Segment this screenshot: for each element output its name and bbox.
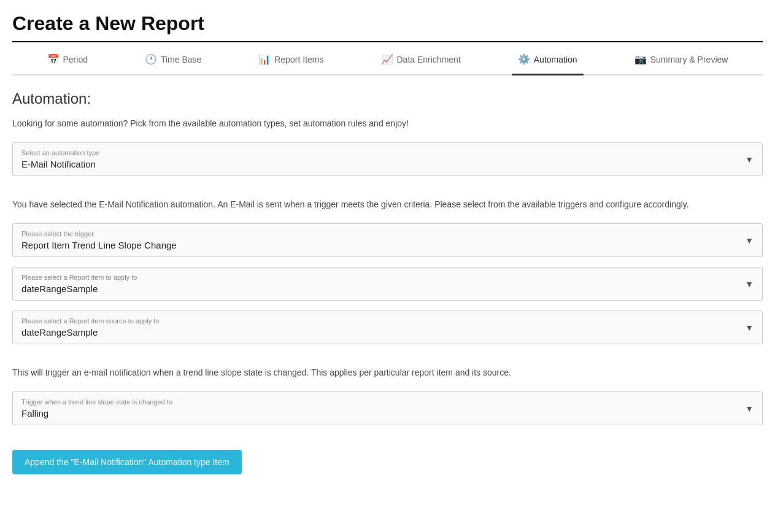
page-title: Create a New Report <box>12 12 763 35</box>
automation-type-label: Select an automation type <box>21 149 738 156</box>
tab-automation-label: Automation <box>534 55 577 64</box>
report-item-source-select[interactable]: Please select a Report item source to ap… <box>12 310 763 344</box>
automation-icon: ⚙️ <box>518 53 530 65</box>
trigger-arrow-icon: ▼ <box>745 236 754 245</box>
trigger-description: This will trigger an e-mail notification… <box>12 366 763 379</box>
tab-dataenrichment-label: Data Enrichment <box>397 55 461 64</box>
tab-dataenrichment[interactable]: 📈 Data Enrichment <box>375 42 467 75</box>
reportitems-icon: 📊 <box>258 53 271 65</box>
section-title: Automation: <box>12 90 763 107</box>
slope-state-value: Falling <box>21 408 48 418</box>
tab-summarypreview-label: Summary & Preview <box>650 55 728 64</box>
report-item-value: dateRangeSample <box>21 283 98 294</box>
automation-type-select[interactable]: Select an automation type E-Mail Notific… <box>12 142 763 176</box>
report-item-arrow-icon: ▼ <box>745 279 754 289</box>
tab-timebase[interactable]: 🕐 Time Base <box>139 42 207 75</box>
trigger-label: Please select the trigger <box>21 230 738 237</box>
slope-state-group: Trigger when a trend line slope state is… <box>12 391 763 425</box>
tab-summarypreview[interactable]: 📷 Summary & Preview <box>628 42 735 75</box>
trigger-value: Report Item Trend Line Slope Change <box>21 240 177 250</box>
intro-text: Looking for some automation? Pick from t… <box>12 117 763 130</box>
tab-timebase-label: Time Base <box>161 55 201 64</box>
report-item-source-label: Please select a Report item source to ap… <box>21 317 738 325</box>
automation-type-arrow-icon: ▼ <box>745 155 754 164</box>
slope-state-label: Trigger when a trend line slope state is… <box>21 398 738 406</box>
dataenrichment-icon: 📈 <box>381 53 393 65</box>
tab-period[interactable]: 📅 Period <box>41 42 94 75</box>
description-text: You have selected the E-Mail Notificatio… <box>12 198 763 211</box>
slope-state-select[interactable]: Trigger when a trend line slope state is… <box>12 391 763 425</box>
automation-type-value: E-Mail Notification <box>21 159 96 169</box>
report-item-select[interactable]: Please select a Report item to apply to … <box>12 267 763 301</box>
slope-state-arrow-icon: ▼ <box>745 404 754 414</box>
tab-reportitems[interactable]: 📊 Report Items <box>252 42 330 75</box>
period-icon: 📅 <box>47 53 60 65</box>
trigger-select[interactable]: Please select the trigger Report Item Tr… <box>12 223 763 257</box>
summarypreview-icon: 📷 <box>634 53 647 65</box>
report-item-label: Please select a Report item to apply to <box>21 274 738 281</box>
report-item-source-value: dateRangeSample <box>21 327 98 337</box>
trigger-group: Please select the trigger Report Item Tr… <box>12 223 763 257</box>
append-button[interactable]: Append the "E-Mail Notification" Automat… <box>12 450 242 474</box>
report-item-source-arrow-icon: ▼ <box>745 323 754 333</box>
report-item-group: Please select a Report item to apply to … <box>12 267 763 301</box>
automation-type-group: Select an automation type E-Mail Notific… <box>12 142 763 176</box>
tab-automation[interactable]: ⚙️ Automation <box>512 42 584 75</box>
timebase-icon: 🕐 <box>145 53 157 65</box>
report-item-source-group: Please select a Report item source to ap… <box>12 310 763 344</box>
tabs-bar: 📅 Period 🕐 Time Base 📊 Report Items 📈 Da… <box>12 42 763 75</box>
tab-period-label: Period <box>63 55 88 64</box>
tab-reportitems-label: Report Items <box>274 55 323 64</box>
